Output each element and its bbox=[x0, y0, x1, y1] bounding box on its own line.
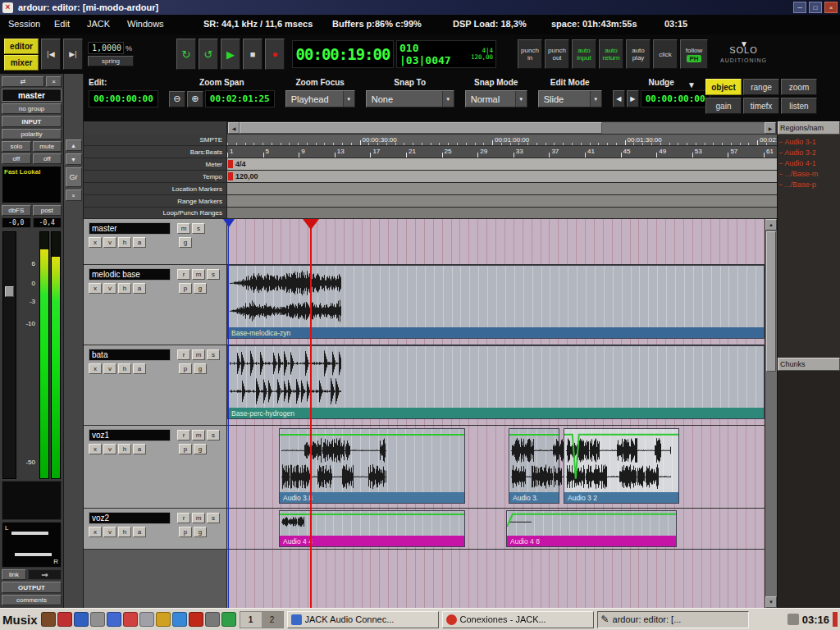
vscroll-handle[interactable] bbox=[766, 231, 776, 372]
group-scroll-down-button[interactable]: ▼ bbox=[66, 153, 82, 165]
track-voz1-controls[interactable]: voz1 r m s x v h a bbox=[84, 426, 227, 508]
play-range-button[interactable]: ↺ bbox=[199, 39, 218, 70]
track-voz2-mute-button[interactable]: m bbox=[192, 513, 205, 523]
tray-icon-10[interactable] bbox=[189, 612, 203, 627]
track-melodic-a-button[interactable]: a bbox=[133, 283, 146, 294]
track-melodic-v-button[interactable]: v bbox=[103, 283, 116, 294]
musix-logo[interactable]: Musix bbox=[2, 613, 38, 627]
track-voz1-mute-button[interactable]: m bbox=[192, 430, 205, 441]
auditioning-indicator[interactable]: AUDITIONING bbox=[720, 57, 767, 63]
loop-button[interactable]: ↻ bbox=[176, 39, 196, 70]
tempo-ruler[interactable]: 120,00 bbox=[227, 171, 777, 182]
pan-link-button[interactable]: link bbox=[2, 569, 26, 580]
strip-mute-button[interactable]: mute bbox=[33, 141, 62, 152]
track-bata-name[interactable]: bata bbox=[89, 349, 171, 361]
track-melodic-x-button[interactable]: x bbox=[89, 283, 102, 294]
meter-value[interactable]: 4/4 bbox=[235, 160, 246, 168]
strip-close-button[interactable]: × bbox=[46, 76, 62, 87]
region-base-melodica-zyn[interactable]: Base-melodica-zyn bbox=[227, 265, 765, 339]
vscroll-down-button[interactable]: ▼ bbox=[765, 596, 777, 608]
track-melodic-base-controls[interactable]: melodic base r m s x v h bbox=[84, 265, 227, 345]
hscroll-right-button[interactable]: ▶ bbox=[765, 122, 776, 134]
region-list-item[interactable]: −.../Base-m bbox=[778, 168, 839, 179]
regions-panel-header[interactable]: Regions/nam bbox=[778, 121, 840, 135]
nudge-clock[interactable]: 00:00:00:00 bbox=[641, 90, 710, 107]
follow-playhead-button[interactable]: follow PH bbox=[680, 39, 708, 69]
peak-display[interactable]: -0,4 bbox=[33, 217, 62, 228]
region-label-bar[interactable]: Audio 3.8 bbox=[280, 492, 464, 503]
nudge-backward-button[interactable]: ◀ bbox=[613, 90, 625, 107]
empty-canvas-space[interactable] bbox=[227, 550, 765, 608]
track-bata-a-button[interactable]: a bbox=[133, 363, 146, 374]
region-audio-3-2[interactable]: Audio 3 2 bbox=[564, 428, 679, 504]
meter-scale-button[interactable]: dbFS bbox=[2, 205, 31, 216]
tray-icon-7[interactable] bbox=[139, 612, 154, 627]
shuttle-speed-display[interactable]: 1,0000 bbox=[88, 42, 124, 54]
hscroll-track[interactable] bbox=[240, 122, 765, 134]
click-button[interactable]: click bbox=[653, 39, 678, 69]
track-master-v-button[interactable]: v bbox=[103, 237, 116, 248]
track-voz1-h-button[interactable]: h bbox=[118, 444, 131, 454]
track-voz2-v-button[interactable]: v bbox=[103, 527, 116, 537]
tray-icon-8[interactable] bbox=[156, 612, 171, 627]
stop-button[interactable]: ■ bbox=[243, 39, 262, 70]
track-bata-rec-button[interactable]: r bbox=[177, 349, 190, 360]
track-voz2-a-button[interactable]: a bbox=[133, 527, 146, 537]
close-button[interactable]: × bbox=[824, 2, 838, 13]
tray-icon-2[interactable] bbox=[57, 612, 72, 627]
track-bata-mute-button[interactable]: m bbox=[192, 349, 205, 360]
track-master-x-button[interactable]: x bbox=[89, 237, 102, 248]
track-voz1-x-button[interactable]: x bbox=[89, 444, 102, 454]
pan-widget[interactable]: L R bbox=[2, 522, 62, 568]
region-audio-4-8[interactable]: Audio 4 8 bbox=[506, 510, 677, 547]
edit-mode-dropdown[interactable]: Slide ▼ bbox=[538, 90, 602, 107]
gain-fader-handle[interactable] bbox=[5, 286, 14, 297]
tray-icon-1[interactable] bbox=[41, 612, 56, 627]
strip-group-button[interactable]: no group bbox=[2, 103, 62, 114]
track-melodic-h-button[interactable]: h bbox=[118, 283, 131, 294]
region-list-item[interactable]: −Audio 3-1 bbox=[778, 136, 839, 147]
pan-link-arrow-icon[interactable]: ⇒ bbox=[28, 569, 62, 580]
record-button[interactable]: ● bbox=[265, 39, 285, 70]
bars-beats-ruler[interactable]: 15913172125293337414549535761 bbox=[227, 146, 777, 158]
strip-input-button[interactable]: INPUT bbox=[2, 116, 62, 127]
goto-start-button[interactable]: |◀ bbox=[41, 39, 61, 70]
meter-point-button[interactable]: post bbox=[33, 205, 62, 216]
track-master-h-button[interactable]: h bbox=[118, 237, 131, 248]
range-markers-label-cell[interactable]: Range Markers bbox=[84, 195, 227, 207]
track-voz1-a-button[interactable]: a bbox=[133, 444, 146, 454]
gain-automation-line[interactable] bbox=[280, 514, 464, 515]
pan-position-bar-left[interactable] bbox=[11, 532, 48, 535]
track-voz2-x-button[interactable]: x bbox=[89, 527, 102, 537]
punch-out-button[interactable]: punch out bbox=[545, 39, 569, 69]
goto-end-button[interactable]: ▶| bbox=[63, 39, 83, 70]
track-master-controls[interactable]: master m s x v h a bbox=[84, 219, 227, 264]
horizontal-scrollbar[interactable]: ◀ ▶ bbox=[227, 121, 777, 135]
track-voz1-g-button[interactable]: g bbox=[194, 444, 207, 454]
strip-comments-button[interactable]: comments bbox=[2, 595, 62, 605]
gain-fader[interactable] bbox=[2, 231, 16, 479]
track-master-solo-button[interactable]: s bbox=[192, 223, 205, 234]
pan-position-bar-right[interactable] bbox=[15, 553, 52, 556]
nudge-forward-button[interactable]: ▶ bbox=[627, 90, 639, 107]
tempo-marker-flag[interactable] bbox=[228, 172, 233, 180]
track-voz2-name[interactable]: voz2 bbox=[89, 512, 171, 524]
hscroll-left-button[interactable]: ◀ bbox=[228, 122, 240, 134]
zoom-out-button[interactable]: ⊖ bbox=[169, 91, 185, 107]
auto-return-button[interactable]: auto return bbox=[599, 39, 623, 69]
zoom-span-clock[interactable]: 00:02:01:25 bbox=[205, 90, 275, 107]
taskbar-clock[interactable]: 03:16 bbox=[802, 614, 829, 626]
maximize-button[interactable]: □ bbox=[809, 2, 822, 13]
track-bata-canvas[interactable]: Base-perc-hydrogen bbox=[227, 345, 765, 425]
tempo-ruler-label-cell[interactable]: Tempo bbox=[84, 171, 227, 182]
track-voz1-p-button[interactable]: p bbox=[179, 444, 192, 454]
track-voz2-controls[interactable]: voz2 r m s x v h a bbox=[84, 509, 227, 549]
meter-ruler[interactable]: 4/4 bbox=[227, 158, 777, 170]
hscroll-handle[interactable] bbox=[240, 122, 602, 134]
gain-automation-line[interactable] bbox=[280, 434, 464, 436]
playhead-marker[interactable] bbox=[303, 219, 319, 238]
chunks-panel-header[interactable]: Chunks bbox=[778, 358, 840, 371]
tray-icon-9[interactable] bbox=[172, 612, 187, 627]
transport-overflow-chevron-icon[interactable]: ▼ bbox=[740, 39, 748, 48]
track-master-a-button[interactable]: a bbox=[133, 237, 146, 248]
